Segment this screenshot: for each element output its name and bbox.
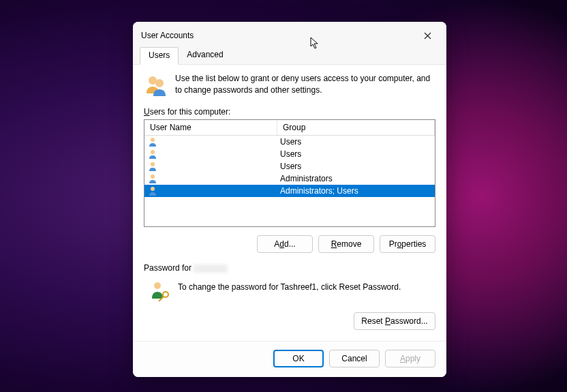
user-icon bbox=[147, 161, 158, 172]
list-item[interactable]: Users bbox=[144, 160, 435, 172]
user-icon bbox=[147, 136, 158, 147]
user-group-cell: Users bbox=[277, 137, 435, 147]
password-text: To change the password for Tashreef1, cl… bbox=[178, 280, 401, 292]
users-icon bbox=[144, 73, 168, 97]
close-icon bbox=[424, 32, 431, 40]
dialog-footer: OK Cancel Apply bbox=[133, 341, 446, 377]
user-group-cell: Administrators; Users bbox=[277, 186, 435, 196]
list-button-row: Add... Remove Properties bbox=[144, 235, 435, 253]
list-header: User Name Group bbox=[144, 120, 435, 136]
dialog-title: User Accounts bbox=[141, 31, 194, 40]
users-list-label: Users for this computer: bbox=[144, 107, 435, 117]
list-item[interactable]: Users bbox=[144, 136, 435, 148]
user-group-cell: Users bbox=[277, 149, 435, 159]
intro-text: Use the list below to grant or deny user… bbox=[175, 73, 435, 97]
intro-block: Use the list below to grant or deny user… bbox=[144, 73, 435, 97]
user-group-cell: Users bbox=[277, 162, 435, 171]
add-button[interactable]: Add... bbox=[257, 235, 313, 253]
remove-button[interactable]: Remove bbox=[318, 235, 374, 253]
list-item[interactable]: Users bbox=[144, 148, 435, 160]
properties-button[interactable]: Properties bbox=[380, 235, 435, 253]
ok-button[interactable]: OK bbox=[273, 350, 324, 367]
user-icon bbox=[147, 149, 158, 160]
svg-point-6 bbox=[151, 162, 155, 166]
tab-content: Use the list below to grant or deny user… bbox=[133, 65, 446, 341]
user-accounts-dialog: User Accounts Users Advanced Use the lis… bbox=[133, 22, 446, 377]
user-icon bbox=[147, 185, 158, 196]
reset-password-button[interactable]: Reset Password... bbox=[354, 312, 435, 330]
svg-point-9 bbox=[154, 282, 161, 289]
close-button[interactable] bbox=[416, 27, 438, 44]
svg-point-7 bbox=[151, 175, 155, 179]
list-item-selected[interactable]: Administrators; Users bbox=[144, 185, 435, 197]
password-section: Password for To change the password for … bbox=[144, 262, 435, 330]
user-group-cell: Administrators bbox=[277, 174, 435, 183]
cancel-button[interactable]: Cancel bbox=[329, 350, 380, 367]
list-item[interactable]: Administrators bbox=[144, 172, 435, 185]
user-icon bbox=[147, 173, 158, 184]
svg-point-5 bbox=[151, 150, 155, 154]
svg-point-4 bbox=[151, 138, 155, 142]
column-username[interactable]: User Name bbox=[144, 120, 277, 135]
tab-bar: Users Advanced bbox=[133, 46, 446, 65]
users-listbox[interactable]: User Name Group Users Users Users bbox=[144, 119, 435, 227]
password-label: Password for bbox=[144, 263, 435, 273]
key-user-icon bbox=[149, 280, 171, 301]
titlebar: User Accounts bbox=[133, 22, 446, 46]
tab-users[interactable]: Users bbox=[140, 47, 179, 65]
tab-advanced[interactable]: Advanced bbox=[179, 47, 231, 65]
svg-point-3 bbox=[155, 79, 164, 87]
svg-point-8 bbox=[151, 187, 155, 191]
svg-point-10 bbox=[163, 292, 168, 297]
apply-button: Apply bbox=[385, 350, 435, 367]
column-group[interactable]: Group bbox=[277, 120, 435, 135]
